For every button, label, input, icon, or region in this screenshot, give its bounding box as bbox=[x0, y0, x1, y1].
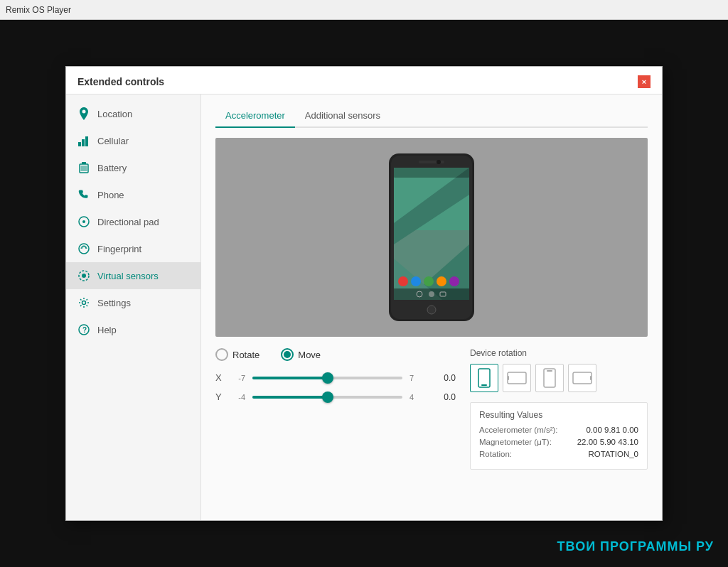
slider-y-thumb bbox=[322, 392, 333, 403]
sidebar-location-label: Location bbox=[97, 109, 132, 119]
tab-accelerometer[interactable]: Accelerometer bbox=[215, 106, 295, 128]
svg-rect-41 bbox=[573, 372, 592, 384]
radio-move-circle bbox=[281, 348, 294, 361]
result-row-rotation: Rotation: ROTATION_0 bbox=[479, 450, 638, 458]
sensors-icon bbox=[77, 269, 90, 282]
rotation-portrait-button[interactable] bbox=[470, 364, 498, 392]
svg-rect-40 bbox=[547, 370, 552, 372]
sidebar-item-fingerprint[interactable]: Fingerprint bbox=[66, 235, 200, 262]
svg-point-23 bbox=[427, 306, 436, 314]
dialog-close-button[interactable]: × bbox=[638, 75, 651, 88]
svg-rect-34 bbox=[449, 276, 459, 286]
sidebar-settings-label: Settings bbox=[97, 298, 131, 308]
slider-y-max: 4 bbox=[410, 393, 424, 401]
accelerometer-value: 0.00 9.81 0.00 bbox=[586, 426, 638, 434]
svg-marker-2 bbox=[85, 136, 88, 146]
sidebar-battery-label: Battery bbox=[97, 163, 127, 173]
radio-rotate[interactable]: Rotate bbox=[215, 348, 259, 361]
tab-additional-sensors[interactable]: Additional sensors bbox=[295, 106, 390, 128]
result-row-magnetometer: Magnetometer (μT): 22.00 5.90 43.10 bbox=[479, 438, 638, 446]
sidebar-fingerprint-label: Fingerprint bbox=[97, 244, 141, 254]
slider-x-max: 7 bbox=[410, 374, 424, 382]
radio-move-label: Move bbox=[298, 350, 321, 360]
controls-area: Rotate Move X -7 bbox=[215, 348, 648, 470]
slider-y-row: Y -4 4 0.0 bbox=[215, 392, 456, 402]
sidebar-item-virtual-sensors[interactable]: Virtual sensors bbox=[66, 262, 200, 289]
fingerprint-icon bbox=[77, 242, 90, 255]
svg-point-8 bbox=[79, 244, 89, 254]
sidebar-item-cellular[interactable]: Cellular bbox=[66, 127, 200, 154]
radio-move[interactable]: Move bbox=[281, 348, 321, 361]
sidebar-item-directional-pad[interactable]: Directional pad bbox=[66, 208, 200, 235]
sidebar-cellular-label: Cellular bbox=[97, 136, 129, 146]
sidebar-phone-label: Phone bbox=[97, 190, 124, 200]
sidebar: Location Cellular bbox=[66, 94, 201, 520]
sidebar-item-battery[interactable]: Battery bbox=[66, 154, 200, 181]
watermark: ТВОИ ПРОГРАММЫ РУ bbox=[557, 539, 714, 554]
dialog-title: Extended controls bbox=[77, 76, 164, 87]
help-icon: ? bbox=[77, 323, 90, 336]
left-controls: Rotate Move X -7 bbox=[215, 348, 456, 470]
sidebar-item-location[interactable]: Location bbox=[66, 100, 200, 127]
slider-y-track[interactable] bbox=[252, 396, 402, 399]
svg-point-28 bbox=[429, 291, 434, 297]
sidebar-directional-pad-label: Directional pad bbox=[97, 217, 159, 227]
phone-icon bbox=[77, 188, 90, 201]
sidebar-item-settings[interactable]: Settings bbox=[66, 289, 200, 316]
svg-rect-37 bbox=[508, 372, 526, 384]
svg-rect-22 bbox=[394, 168, 469, 178]
dialog-body: Location Cellular bbox=[66, 94, 662, 520]
rotation-landscape-right-button[interactable] bbox=[568, 364, 596, 392]
phone-display bbox=[215, 138, 648, 337]
slider-x-row: X -7 7 0.0 bbox=[215, 372, 456, 383]
slider-x-min: -7 bbox=[231, 374, 245, 382]
slider-x-fill bbox=[252, 377, 328, 379]
svg-rect-30 bbox=[398, 276, 408, 286]
accelerometer-key: Accelerometer (m/s²): bbox=[479, 426, 558, 434]
main-content: Accelerometer Additional sensors bbox=[201, 94, 662, 520]
desktop: Extended controls × Location bbox=[0, 20, 728, 567]
slider-y-label: Y bbox=[215, 392, 224, 402]
svg-marker-0 bbox=[78, 142, 81, 146]
slider-x-label: X bbox=[215, 372, 224, 383]
svg-point-9 bbox=[82, 274, 86, 278]
dialog-header: Extended controls × bbox=[66, 67, 662, 94]
sidebar-item-help[interactable]: ? Help bbox=[66, 316, 200, 343]
slider-y-value: 0.0 bbox=[431, 392, 456, 402]
cellular-icon bbox=[77, 134, 90, 147]
title-bar-text: Remix OS Player bbox=[6, 5, 71, 15]
slider-x-value: 0.0 bbox=[431, 373, 456, 383]
rotation-landscape-left-button[interactable] bbox=[503, 364, 531, 392]
slider-x-thumb bbox=[322, 372, 333, 384]
svg-point-25 bbox=[437, 160, 441, 164]
svg-rect-5 bbox=[81, 166, 87, 171]
svg-point-7 bbox=[82, 220, 85, 223]
sidebar-help-label: Help bbox=[97, 325, 117, 335]
svg-text:?: ? bbox=[82, 326, 87, 334]
resulting-values: Resulting Values Accelerometer (m/s²): 0… bbox=[470, 402, 648, 470]
dpad-icon bbox=[77, 215, 90, 228]
title-bar: Remix OS Player bbox=[0, 0, 728, 20]
rotation-value: ROTATION_0 bbox=[589, 450, 639, 458]
magnetometer-key: Magnetometer (μT): bbox=[479, 438, 552, 446]
slider-y-min: -4 bbox=[231, 393, 245, 401]
sidebar-virtual-sensors-label: Virtual sensors bbox=[97, 271, 159, 281]
right-controls: Device rotation bbox=[470, 348, 648, 470]
rotation-portrait-reverse-button[interactable] bbox=[535, 364, 564, 392]
result-row-accelerometer: Accelerometer (m/s²): 0.00 9.81 0.00 bbox=[479, 426, 638, 434]
radio-rotate-label: Rotate bbox=[232, 350, 259, 360]
svg-marker-1 bbox=[82, 139, 85, 146]
radio-rotate-circle bbox=[215, 348, 228, 361]
radio-group: Rotate Move bbox=[215, 348, 456, 361]
svg-point-11 bbox=[82, 301, 86, 305]
battery-icon bbox=[77, 161, 90, 174]
slider-y-fill bbox=[252, 396, 328, 399]
svg-rect-31 bbox=[411, 276, 421, 286]
tabs: Accelerometer Additional sensors bbox=[215, 106, 648, 128]
svg-rect-33 bbox=[437, 276, 446, 286]
sidebar-item-phone[interactable]: Phone bbox=[66, 181, 200, 208]
extended-controls-dialog: Extended controls × Location bbox=[65, 66, 663, 521]
result-title: Resulting Values bbox=[479, 410, 638, 420]
slider-x-track[interactable] bbox=[252, 377, 402, 379]
phone-image bbox=[385, 152, 478, 323]
